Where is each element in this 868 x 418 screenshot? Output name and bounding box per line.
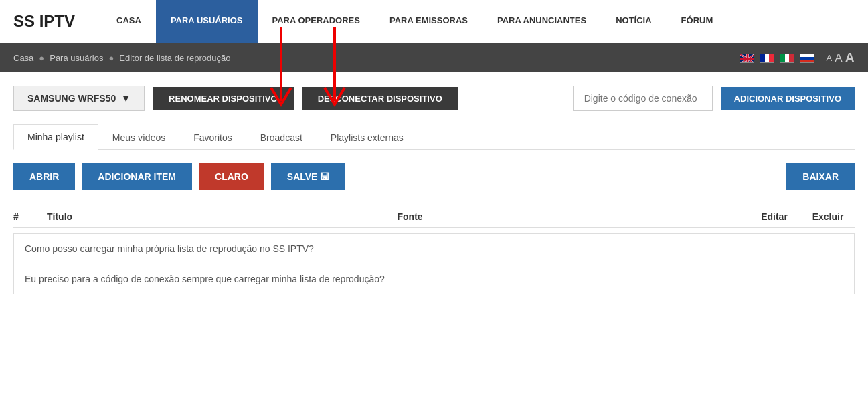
nav-para-usuarios[interactable]: PARA USUÁRIOS xyxy=(156,0,258,43)
svg-rect-8 xyxy=(746,54,748,63)
tabs-row: Minha playlist Meus vídeos Favoritos Bro… xyxy=(13,124,855,150)
device-selector[interactable]: SAMSUNG WRFS50 ▼ xyxy=(13,86,145,111)
tab-favoritos[interactable]: Favoritos xyxy=(179,125,246,150)
table-content: Como posso carregar minha própria lista … xyxy=(13,233,855,294)
nav-casa[interactable]: CASA xyxy=(102,0,156,43)
main-content: SAMSUNG WRFS50 ▼ RENOMEAR DISPOSITIVO DE… xyxy=(0,72,868,308)
col-header-delete: Excluir xyxy=(801,211,855,222)
font-size-medium-btn[interactable]: A xyxy=(835,51,842,65)
table-header: # Título Fonte Editar Excluir xyxy=(13,206,855,228)
col-header-num: # xyxy=(13,211,47,222)
flag-uk-icon[interactable] xyxy=(740,54,754,63)
breadcrumb-left: Casa ● Para usuários ● Editor de lista d… xyxy=(13,53,231,63)
table-info-row-2: Eu preciso para a código de conexão semp… xyxy=(14,264,854,294)
nav-links: CASA PARA USUÁRIOS PARA OPERADORES PARA … xyxy=(102,0,855,43)
table-info-row-1: Como posso carregar minha própria lista … xyxy=(14,234,854,264)
breadcrumb-right: A A A xyxy=(740,50,855,66)
tab-meus-videos[interactable]: Meus vídeos xyxy=(98,125,179,150)
nav-forum[interactable]: FÓRUM xyxy=(667,0,728,43)
flag-fr-icon[interactable] xyxy=(760,54,774,63)
font-size-small-btn[interactable]: A xyxy=(827,53,833,63)
download-btn[interactable]: BAIXAR xyxy=(786,163,855,190)
breadcrumb-sep-2: ● xyxy=(108,53,114,63)
breadcrumb-sep-1: ● xyxy=(39,53,44,63)
tab-playlists-externas[interactable]: Playlists externas xyxy=(317,125,418,150)
chevron-down-icon: ▼ xyxy=(121,93,131,104)
top-nav: SS IPTV CASA PARA USUÁRIOS PARA OPERADOR… xyxy=(0,0,868,43)
tab-minha-playlist[interactable]: Minha playlist xyxy=(13,124,98,150)
flag-ru-icon[interactable] xyxy=(800,54,814,63)
breadcrumb-current: Editor de lista de reprodução xyxy=(119,53,230,63)
nav-para-operadores[interactable]: PARA OPERADORES xyxy=(258,0,375,43)
device-row: SAMSUNG WRFS50 ▼ RENOMEAR DISPOSITIVO DE… xyxy=(13,86,855,111)
add-device-btn[interactable]: ADICIONAR DISPOSITIVO xyxy=(721,87,855,110)
rename-device-btn[interactable]: RENOMEAR DISPOSITIVO xyxy=(153,87,294,110)
font-size-large-btn[interactable]: A xyxy=(845,50,855,66)
add-item-btn[interactable]: ADICIONAR ITEM xyxy=(82,163,192,190)
clear-btn[interactable]: CLARO xyxy=(199,163,264,190)
nav-noticia[interactable]: NOTÍCIA xyxy=(601,0,666,43)
col-header-source: Fonte xyxy=(398,211,748,222)
col-header-edit: Editar xyxy=(748,211,801,222)
connection-code-input[interactable] xyxy=(573,86,713,111)
disconnect-device-btn[interactable]: DESCONECTAR DISPOSITIVO xyxy=(302,87,458,110)
col-header-title: Título xyxy=(47,211,398,222)
nav-para-emissoras[interactable]: PARA EMISSORAS xyxy=(375,0,483,43)
nav-para-anunciantes[interactable]: PARA ANUNCIANTES xyxy=(483,0,601,43)
action-buttons-row: ABRIR ADICIONAR ITEM CLARO SALVE 🖫 BAIXA… xyxy=(13,163,855,190)
tab-broadcast[interactable]: Broadcast xyxy=(246,125,317,150)
breadcrumb-para-usuarios[interactable]: Para usuários xyxy=(50,53,103,63)
breadcrumb-bar: Casa ● Para usuários ● Editor de lista d… xyxy=(0,43,868,72)
font-size-controls: A A A xyxy=(827,50,855,66)
open-btn[interactable]: ABRIR xyxy=(13,163,75,190)
breadcrumb-casa[interactable]: Casa xyxy=(13,53,33,63)
device-selector-label: SAMSUNG WRFS50 xyxy=(27,93,116,104)
save-btn[interactable]: SALVE 🖫 xyxy=(271,163,346,190)
site-logo[interactable]: SS IPTV xyxy=(13,12,75,31)
flag-it-icon[interactable] xyxy=(780,54,794,63)
